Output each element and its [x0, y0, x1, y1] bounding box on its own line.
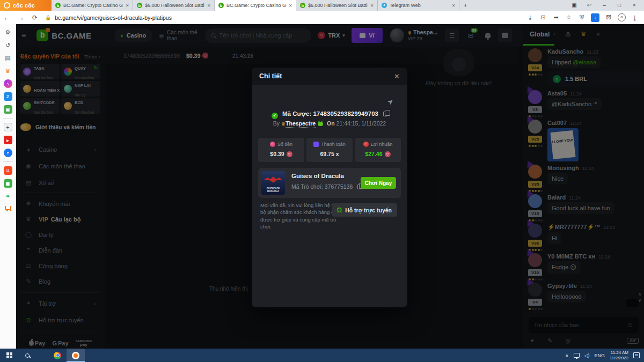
tab-favicon: b — [300, 3, 305, 8]
tab-favicon: b — [55, 3, 61, 8]
maximize-button[interactable]: □ — [612, 0, 627, 11]
back-icon[interactable]: ← — [0, 14, 14, 21]
stat-value: $0.39 — [270, 151, 284, 157]
sale-11-11-icon[interactable]: 11 — [4, 166, 12, 175]
coccoc-taskbar-icon[interactable] — [67, 349, 85, 362]
stat-card: Thanh toán 69.75 x — [306, 138, 353, 162]
tab-favicon: b — [218, 3, 224, 8]
stat-label: Lợi nhuận — [371, 142, 392, 147]
volume-icon[interactable]: ◁) — [584, 353, 590, 358]
reading-list-icon[interactable]: ▤ — [4, 54, 12, 62]
history-icon[interactable]: ↺ — [4, 41, 12, 49]
network-icon[interactable] — [574, 353, 580, 358]
notification-center-icon[interactable] — [633, 352, 640, 358]
download-active-icon[interactable]: ↓ — [591, 13, 599, 22]
downloads-tray-icon[interactable]: ⭳ — [631, 14, 639, 21]
windows-taskbar: ∧ ◁) ENG 11:24 AM11/2/2022 — [0, 349, 644, 362]
stat-card: Lợi nhuận $27.46▽ — [355, 138, 401, 162]
lock-icon[interactable]: 🔒 — [45, 15, 51, 20]
divider — [3, 118, 13, 119]
browser-tab[interactable]: ✈ Telegram Web × — [378, 0, 459, 11]
verified-shield-icon: ✓ — [272, 113, 278, 119]
facebook-icon[interactable]: f — [4, 149, 12, 157]
tab-favicon: ✈ — [382, 3, 387, 8]
bet-datetime: 21:44:15, 1/11/2022 — [336, 120, 386, 127]
start-button[interactable] — [0, 349, 18, 362]
browser-tab[interactable]: b BC.Game: Crypto Casino Gam × — [52, 0, 133, 11]
adblock-shield-icon[interactable]: ⛨ — [578, 14, 586, 21]
settings-gear-icon[interactable]: ⚙ — [4, 28, 12, 36]
save-page-icon[interactable]: ⤓ — [526, 14, 534, 21]
player-name-link[interactable]: Thespectre — [286, 120, 316, 128]
screen-capture-icon[interactable]: ▣ — [567, 0, 582, 11]
youtube-icon[interactable]: ▶ — [4, 136, 12, 144]
taskbar-search-icon[interactable] — [18, 349, 36, 362]
bookmark-star-icon[interactable]: ☆ — [565, 14, 573, 21]
bat-icon — [264, 176, 282, 184]
game-id-value: 376775136 — [325, 183, 353, 190]
bet-stats: Số tiền $0.39▽ Thanh toán 69.75 x Lợi nh… — [258, 138, 401, 162]
brand-label: cốc cốc — [13, 2, 35, 9]
copy-icon[interactable] — [383, 112, 387, 116]
reload-icon[interactable]: ⟳ — [28, 14, 42, 21]
stat-icon — [363, 142, 369, 147]
stat-icon — [313, 142, 319, 147]
zalo-icon[interactable]: Z — [4, 92, 12, 101]
forward-icon[interactable]: → — [14, 14, 28, 21]
modal-header: Chi tiết ✕ — [252, 68, 407, 85]
coccoc-logo-icon — [4, 2, 10, 9]
restore-tab-icon[interactable]: ↩ — [582, 0, 597, 11]
tray-chevron-icon[interactable]: ∧ — [565, 353, 569, 358]
address-bar: ← → ⟳ 🔒 bc.game/vi/game/guises-of-dracul… — [0, 11, 644, 24]
url-text: bc.game/vi/game/guises-of-dracula-by-pla… — [55, 14, 172, 21]
browser-tab[interactable]: b $6,000 Halloween Slot Battle × — [133, 0, 215, 11]
trx-coin-icon: ▽ — [385, 151, 391, 157]
add-shortcut-icon[interactable]: + — [4, 123, 12, 131]
url-field[interactable]: 🔒 bc.game/vi/game/guises-of-dracula-by-p… — [45, 14, 172, 21]
divider — [3, 161, 13, 162]
tab-close-icon[interactable]: × — [126, 3, 129, 9]
live-support-button[interactable]: Ω Hỗ trợ trực tuyến — [332, 203, 397, 217]
modal-close-icon[interactable]: ✕ — [394, 72, 400, 80]
shopping-cart-icon[interactable] — [5, 206, 11, 210]
tab-close-icon[interactable]: × — [289, 3, 292, 9]
minimize-button[interactable]: – — [597, 0, 612, 11]
browser-profile-icon[interactable]: ᴏ — [618, 13, 626, 21]
bet-author-row: By ♛Thespectre On 21:44:15, 1/11/2022 — [252, 120, 407, 127]
modal-title: Chi tiết — [259, 72, 282, 80]
bet-details-modal: Chi tiết ✕ ➤ ✓ Mã Cược: 1748305293829949… — [252, 68, 407, 307]
clock[interactable]: 11:24 AM11/2/2022 — [610, 350, 628, 361]
new-tab-button[interactable]: + — [459, 0, 471, 11]
extensions-icon[interactable]: ⚄ — [605, 14, 612, 21]
game-thumbnail[interactable]: GUISES OFDRACULA — [261, 171, 285, 195]
play-now-button[interactable]: Chơi Ngay — [361, 177, 396, 189]
game-title: Guises of Dracula — [291, 173, 344, 179]
tab-close-icon[interactable]: × — [207, 3, 210, 9]
browser-tab[interactable]: b $6,000 Halloween Slot Battle × — [296, 0, 378, 11]
gift-icon[interactable]: ▦ — [4, 179, 12, 188]
share-icon[interactable]: ➦ — [552, 14, 560, 21]
stat-value: 69.75 x — [320, 151, 339, 157]
support-note: Mọi vấn đề, xin vui lòng liên hệ với bộ … — [260, 202, 342, 230]
coccoc-hot-icon[interactable]: ♛ — [4, 67, 12, 75]
frog-emoji-icon — [318, 122, 323, 126]
language-indicator[interactable]: ENG — [594, 353, 605, 358]
browser-sidebar: ⚙ ↺ ▤ ♛ ϟ Z ▣ + ▶ f 11 ▦ ❧ — [0, 24, 16, 349]
translate-icon[interactable]: ⊡ — [539, 14, 547, 21]
leaf-icon[interactable]: ❧ — [4, 192, 12, 201]
stat-card: Số tiền $0.39▽ — [258, 138, 304, 162]
share-icon[interactable]: ➤ — [385, 97, 395, 106]
headset-icon: Ω — [337, 206, 342, 214]
coccoc-brand: cốc cốc — [0, 0, 52, 11]
tab-close-icon[interactable]: × — [370, 3, 374, 9]
close-button[interactable]: × — [627, 0, 642, 11]
stat-icon — [270, 142, 275, 147]
games-icon[interactable]: ▣ — [4, 105, 12, 114]
tab-favicon: b — [137, 3, 142, 8]
chrome-taskbar-icon[interactable] — [48, 349, 67, 362]
game-id-row: Mã Trò chơi: 376775136 — [291, 183, 362, 190]
browser-tab[interactable]: b BC.Game: Crypto Casino Gan × — [215, 0, 296, 11]
tab-close-icon[interactable]: × — [452, 3, 455, 9]
game-card: GUISES OFDRACULA Guises of Dracula Mã Tr… — [258, 168, 401, 198]
messenger-icon[interactable]: ϟ — [4, 79, 12, 88]
